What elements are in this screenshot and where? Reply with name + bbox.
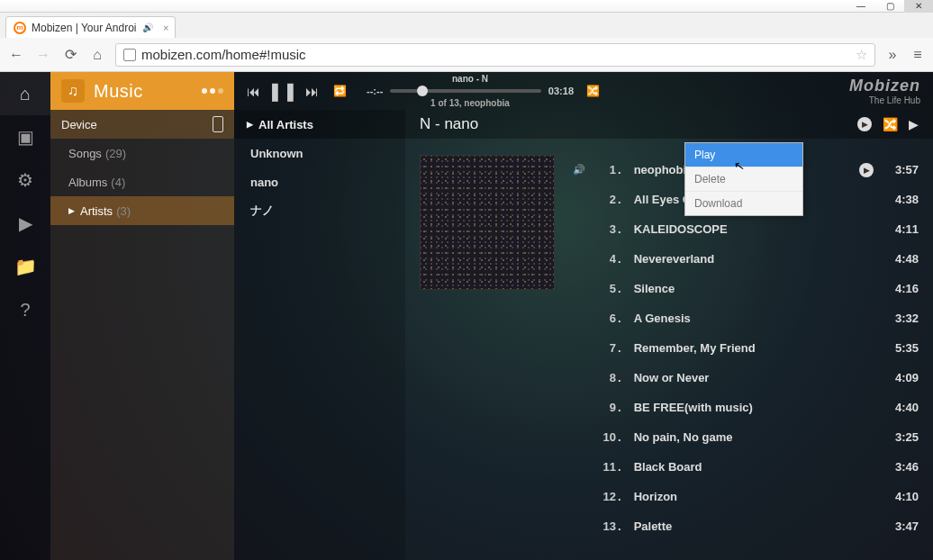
track-row[interactable]: 🔊6.A Genesis▶3:32	[573, 303, 919, 333]
artist-item[interactable]: Unknown	[234, 139, 405, 167]
track-duration: 3:46	[874, 460, 919, 474]
play-button[interactable]: ▶	[909, 117, 919, 131]
track-duration: 5:35	[874, 341, 919, 355]
music-note-icon: ♫	[61, 79, 85, 103]
app-root: ⌂▣⚙▶📁? ♫ Music ⏮ ❚❚ ⏭ 🔁 nano - N --:--	[0, 72, 933, 560]
browser-tab[interactable]: m Mobizen | Your Androi 🔊 ×	[5, 16, 176, 38]
rail-settings[interactable]: ⚙	[0, 158, 50, 202]
progress-knob[interactable]	[417, 86, 428, 96]
prev-button[interactable]: ⏮	[247, 84, 260, 99]
shuffle-icon[interactable]: 🔀	[586, 85, 600, 97]
browser-toolbar: ← → ⟳ ⌂ mobizen.com/home#!music ☆ » ≡	[0, 38, 933, 72]
back-button[interactable]: ←	[7, 47, 25, 63]
track-row[interactable]: 🔊12.Horizon▶4:10	[573, 482, 919, 511]
play-all-button[interactable]: ▶	[857, 117, 872, 131]
rail-play[interactable]: ▶	[0, 202, 50, 245]
content-header: N - nano ▶ 🔀 ▶	[405, 110, 933, 139]
pause-button[interactable]: ❚❚	[267, 80, 298, 102]
library-header[interactable]: Device	[50, 110, 234, 139]
library-item-label: Artists	[80, 204, 113, 218]
track-row[interactable]: 🔊3.KALEIDOSCOPE▶4:11	[573, 214, 919, 244]
menu-icon[interactable]: ≡	[910, 47, 926, 63]
track-duration: 4:38	[874, 193, 919, 206]
track-row[interactable]: 🔊9.BE FREE(with music)▶4:40	[573, 393, 919, 422]
library-item-songs[interactable]: Songs (29)	[50, 139, 234, 167]
track-duration: 4:09	[874, 371, 919, 384]
home-button[interactable]: ⌂	[88, 47, 106, 63]
progress-bar[interactable]	[390, 89, 541, 93]
track-number: 3	[589, 222, 616, 236]
shuffle-button[interactable]: 🔀	[883, 117, 898, 131]
track-duration: 4:48	[874, 252, 919, 266]
artists-sidebar: All Artists Unknownnanoナノ	[234, 110, 405, 560]
rail-help[interactable]: ?	[0, 288, 50, 331]
track-name: Now or Never	[634, 371, 852, 384]
tab-title: Mobizen | Your Androi	[32, 22, 137, 34]
total-time: 03:18	[548, 86, 574, 96]
track-number: 12	[589, 490, 616, 503]
url-text: mobizen.com/home#!music	[141, 47, 306, 62]
rail-gallery[interactable]: ▣	[0, 115, 50, 158]
context-menu-item-download[interactable]: Download	[685, 192, 802, 215]
bookmark-star-icon[interactable]: ☆	[856, 47, 867, 63]
track-duration: 3:25	[874, 430, 919, 444]
artist-item[interactable]: nano	[234, 167, 405, 196]
extensions-icon[interactable]: »	[884, 47, 901, 63]
tab-close-icon[interactable]: ×	[163, 23, 168, 33]
track-number: 5	[589, 282, 616, 295]
track-row[interactable]: 🔊7.Remember, My Friend▶5:35	[573, 333, 919, 363]
track-play-button[interactable]: ▶	[859, 163, 874, 177]
track-row[interactable]: 🔊8.Now or Never▶4:09	[573, 363, 919, 393]
track-number: 11	[589, 460, 616, 474]
track-row[interactable]: 🔊11.Black Board▶3:46	[573, 452, 919, 482]
window-close-button[interactable]: ✕	[904, 0, 933, 13]
logo-tagline: The Life Hub	[849, 95, 920, 105]
elapsed-time: --:--	[367, 86, 383, 96]
track-number: 9	[589, 401, 616, 414]
artists-header[interactable]: All Artists	[234, 110, 405, 139]
rail-home[interactable]: ⌂	[0, 72, 50, 115]
rail-files[interactable]: 📁	[0, 245, 50, 288]
album-title: N - nano	[420, 115, 478, 133]
address-bar[interactable]: mobizen.com/home#!music ☆	[115, 43, 875, 67]
now-playing-title: nano - N	[452, 74, 488, 84]
track-number: 13	[589, 519, 616, 533]
track-name: BE FREE(with music)	[634, 401, 852, 414]
track-name: A Genesis	[634, 312, 852, 325]
library-item-count: (29)	[105, 147, 126, 160]
track-duration: 3:32	[874, 312, 919, 325]
repeat-icon[interactable]: 🔁	[333, 85, 347, 97]
library-item-albums[interactable]: Albums (4)	[50, 167, 234, 196]
track-duration: 3:47	[874, 519, 919, 533]
window-maximize-button[interactable]: ▢	[875, 0, 904, 13]
track-duration: 4:40	[874, 401, 919, 414]
context-menu: PlayDeleteDownload	[684, 142, 803, 216]
site-identity-icon	[123, 49, 136, 61]
library-item-label: Songs	[68, 147, 102, 160]
track-row[interactable]: 🔊4.Nevereverland▶4:48	[573, 244, 919, 274]
track-duration: 4:10	[874, 490, 919, 503]
track-row[interactable]: 🔊10.No pain, No game▶3:25	[573, 422, 919, 452]
section-title: Music	[94, 81, 143, 102]
track-number: 10	[589, 430, 616, 444]
artist-item[interactable]: ナノ	[234, 196, 405, 225]
tab-audio-icon[interactable]: 🔊	[142, 23, 153, 33]
forward-button[interactable]: →	[34, 47, 52, 63]
track-duration: 4:11	[874, 222, 919, 236]
next-button[interactable]: ⏭	[305, 84, 319, 99]
player-bar: ⏮ ❚❚ ⏭ 🔁 nano - N --:-- 03:18 1 of 13, n…	[234, 72, 933, 110]
tab-favicon: m	[14, 22, 26, 34]
player-controls: ⏮ ❚❚ ⏭	[247, 80, 319, 102]
logo-text: Mobizen	[849, 77, 920, 95]
window-minimize-button[interactable]: —	[847, 0, 875, 13]
track-duration: 4:16	[874, 282, 919, 295]
device-icon	[213, 116, 223, 132]
track-row[interactable]: 🔊13.Palette▶3:47	[573, 511, 919, 541]
track-row[interactable]: 🔊5.Silence▶4:16	[573, 274, 919, 303]
reload-button[interactable]: ⟳	[61, 46, 79, 63]
track-name: Nevereverland	[634, 252, 852, 266]
library-header-label: Device	[61, 118, 97, 131]
library-item-artists[interactable]: Artists (3)	[50, 196, 234, 225]
now-playing-icon: 🔊	[573, 164, 589, 176]
cursor-icon: ↖	[733, 158, 747, 174]
